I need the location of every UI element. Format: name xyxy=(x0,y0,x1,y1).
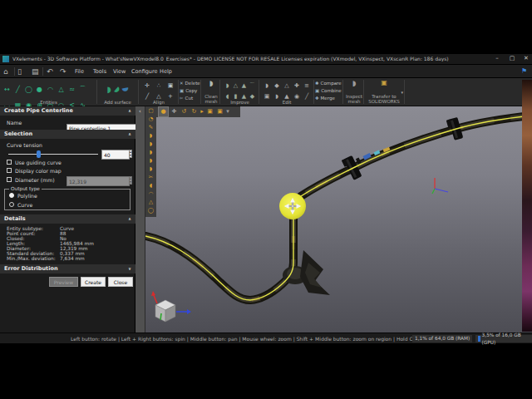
menu-configure[interactable]: Configure xyxy=(131,68,158,75)
transfer-dropdown-icon[interactable]: ▾ xyxy=(401,90,403,95)
align-points-icon[interactable]: ∴ xyxy=(153,81,165,90)
axis-triad xyxy=(432,178,448,194)
loop-select-icon[interactable]: ◗ xyxy=(146,156,155,165)
menu-file[interactable]: File xyxy=(75,68,84,75)
zoom-region-icon[interactable]: ▣ xyxy=(205,107,214,116)
home-icon[interactable]: ⌂ xyxy=(3,66,8,76)
triangle-select-icon[interactable]: △ xyxy=(146,198,155,206)
mask-select-icon[interactable]: ◔ xyxy=(146,115,155,123)
entity-pipe-icon[interactable]: ⌒ xyxy=(77,86,88,94)
use-guiding-curve-label: Use guiding curve xyxy=(15,160,62,165)
ribbon-group-clean-mesh[interactable]: ◗ Clean mesh xyxy=(202,78,220,106)
delete-button[interactable]: ✕Delete xyxy=(180,80,201,87)
copy-button[interactable]: ▣Copy xyxy=(180,87,201,95)
ribbon-group-add-surface: ◗ ◗ ◗ Add surface xyxy=(98,78,137,106)
merge-button[interactable]: ✚Merge xyxy=(315,95,343,102)
use-guiding-curve-checkbox[interactable] xyxy=(7,160,12,165)
loop-select-icon[interactable]: ◗ xyxy=(146,148,155,156)
improve-refine-icon[interactable]: ▲ xyxy=(240,81,249,90)
move-tool-icon[interactable]: ✚ xyxy=(170,107,179,116)
rotate-right-icon[interactable]: ↻ xyxy=(190,107,199,116)
panel-header[interactable]: Create Pipe Centerline ∧ xyxy=(0,106,135,116)
letterbox-top xyxy=(0,0,532,54)
align-target-icon[interactable]: ✛ xyxy=(141,81,153,90)
menu-tools[interactable]: Tools xyxy=(93,68,106,75)
panel-title: Create Pipe Centerline xyxy=(4,107,73,114)
edit-reduce-icon[interactable]: △ xyxy=(282,81,292,90)
divider xyxy=(14,67,15,76)
zoom-window-icon[interactable]: ▣ xyxy=(215,107,224,116)
rotate-left-icon[interactable]: ↺ xyxy=(180,107,189,116)
improve-smooth-icon[interactable]: ⌒ xyxy=(249,81,257,90)
circle-select-icon[interactable]: ◯ xyxy=(146,206,155,214)
curve-radio[interactable] xyxy=(9,202,14,207)
create-button[interactable]: Create xyxy=(81,277,106,287)
improve-fill-icon[interactable]: ◗ xyxy=(224,81,232,90)
export-icon[interactable]: ↷ xyxy=(60,66,66,76)
arc-select-icon[interactable]: ◠ xyxy=(146,190,155,198)
ribbon-group-improve: ◗△▲⌒ ◖▮▲◆ Improve xyxy=(221,78,259,106)
edit-flatten-icon[interactable]: ≡ xyxy=(302,81,312,90)
align-frame-icon[interactable]: ▣ xyxy=(165,81,176,90)
half-loop-icon[interactable]: ◖ xyxy=(146,181,155,190)
entity-circle-icon[interactable]: ◯ xyxy=(23,86,34,94)
curve-tension-slider-handle[interactable] xyxy=(37,150,41,158)
combine-label: Combine xyxy=(321,88,341,93)
compare-button[interactable]: ✱Compare xyxy=(315,80,343,87)
free-select-icon[interactable]: ✎ xyxy=(146,123,155,131)
cut-button[interactable]: ✂Cut xyxy=(180,95,201,102)
add-surface-boundary-icon[interactable]: ◗ xyxy=(121,86,131,92)
selection-header[interactable]: Selection ∧ xyxy=(0,130,135,139)
rect-select-icon[interactable]: ▢ xyxy=(146,106,155,115)
diameter-checkbox[interactable] xyxy=(7,177,12,182)
panel-collapse-strip[interactable]: ‹ xyxy=(135,106,145,332)
ribbon-group-inspect[interactable]: ◗ Inspect mesh xyxy=(344,78,364,106)
menu-view[interactable]: View xyxy=(113,68,126,75)
entity-cone-icon[interactable]: △ xyxy=(56,86,66,94)
entity-line-icon[interactable]: ╱ xyxy=(12,86,23,94)
close-panel-button[interactable]: Close xyxy=(108,277,133,287)
error-distribution-header[interactable]: Error Distribution ∨ xyxy=(0,264,135,273)
details-header[interactable]: Details ∧ xyxy=(0,214,135,224)
curve-tension-input[interactable] xyxy=(101,150,130,160)
brush-select-icon[interactable]: ● xyxy=(158,106,169,117)
combine-button[interactable]: ▣Combine xyxy=(315,87,343,95)
toolbar-more-icon[interactable]: ▾ xyxy=(225,107,230,116)
edit-extend-icon[interactable]: ✚ xyxy=(292,81,302,90)
ribbon-group-entities: ↔╱◯●◠△≈⌒ ◡▦◉⊕▭◠<∿ Entities xyxy=(2,78,96,106)
maximize-button[interactable]: ▢ xyxy=(507,54,517,63)
minimize-button[interactable]: – xyxy=(492,54,502,63)
polyline-label: Polyline xyxy=(17,193,37,199)
statusbar: Left button: rotate | Left + Right butto… xyxy=(0,332,532,343)
edit-remesh-icon[interactable]: ◆ xyxy=(272,81,282,90)
entity-distance-icon[interactable]: ↔ xyxy=(2,86,12,94)
import-icon[interactable]: ↶ xyxy=(47,66,53,76)
loop-select-icon[interactable]: ◗ xyxy=(146,165,155,173)
new-session-icon[interactable]: ▯ xyxy=(17,66,22,76)
divider xyxy=(178,80,179,104)
3d-viewport[interactable]: ● ✚ ↺ ↻ ▸ ▣ ▣ ▾ ▢ ◔ ✎ ◗ ◗ ◗ ◗ ◗ ✂ ◖ ◠ △ … xyxy=(145,106,532,332)
ribbon-group-transfer[interactable]: ▣ Transfer to SOLIDWORKS ▾ xyxy=(365,78,403,106)
polyline-radio[interactable] xyxy=(9,193,14,198)
entity-surface-icon[interactable]: ≈ xyxy=(66,86,77,94)
edit-defeature-icon[interactable]: ◗ xyxy=(262,81,272,90)
spin-down-icon[interactable]: ▾ xyxy=(130,154,131,157)
display-color-map-checkbox[interactable] xyxy=(7,168,12,173)
viewport-side-toolbar: ▢ ◔ ✎ ◗ ◗ ◗ ◗ ◗ ✂ ◖ ◠ △ ◯ xyxy=(145,106,156,217)
scissors-icon[interactable]: ✂ xyxy=(146,173,155,181)
loop-select-icon[interactable]: ◗ xyxy=(146,131,155,140)
save-icon[interactable]: ▤ xyxy=(32,66,39,76)
menu-help[interactable]: Help xyxy=(160,68,172,75)
improve-decimate-icon[interactable]: △ xyxy=(232,81,240,90)
notification-flag-icon[interactable]: ⚑ xyxy=(521,67,527,75)
entity-point-icon[interactable]: ● xyxy=(34,86,45,94)
curve-tension-slider-track[interactable] xyxy=(8,154,98,155)
close-button[interactable]: ✕ xyxy=(521,54,531,63)
view-cube[interactable] xyxy=(151,291,191,322)
add-surface-icon[interactable]: ◗ xyxy=(106,85,111,94)
loop-select-icon[interactable]: ◗ xyxy=(146,140,155,148)
menubar: ⌂ ▯ ▤ ↶ ↷ File Tools View Configure Help… xyxy=(0,64,532,77)
compare-icon: ✱ xyxy=(315,81,319,86)
entity-ellipse-icon[interactable]: ◠ xyxy=(45,86,56,94)
expand-icon[interactable]: ▸ xyxy=(200,107,204,116)
